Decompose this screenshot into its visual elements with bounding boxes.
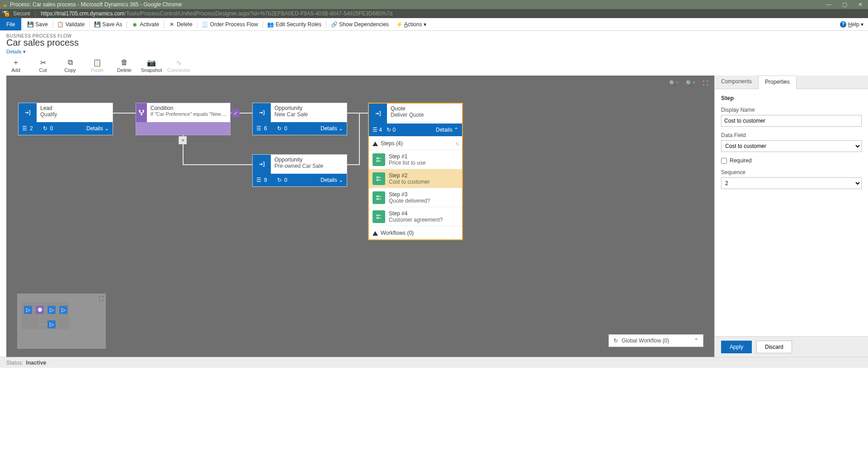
steps-section-header[interactable]: Steps (4) ↑↓ xyxy=(369,136,462,150)
delete-button[interactable]: ✕Delete xyxy=(165,18,196,30)
svg-point-0 xyxy=(139,110,141,112)
steps-icon: ☰ xyxy=(256,177,261,183)
data-field-select[interactable]: Cost to customer xyxy=(721,140,862,152)
fit-screen-icon[interactable]: ⛶ xyxy=(703,80,708,86)
window-close-icon[interactable]: ✕ xyxy=(858,1,863,8)
copy-button[interactable]: ⧉Copy xyxy=(59,57,81,73)
tab-components[interactable]: Components xyxy=(715,76,758,89)
validate-button[interactable]: 📋Validate xyxy=(54,18,88,30)
condition-node[interactable]: ConditionIf "Car Preference" equals "New… xyxy=(136,103,231,135)
display-name-input[interactable] xyxy=(721,115,862,127)
refresh-icon: ↻ xyxy=(277,177,282,183)
window-title: Process: Car sales process - Microsoft D… xyxy=(10,1,182,8)
stage-opportunity-preowned[interactable]: OpportunityPre-owned Car Sale ☰9 ↻0 Deta… xyxy=(252,154,347,187)
step-row-2[interactable]: Step #2Cost to customer xyxy=(369,169,462,188)
url[interactable]: https://trial1705.crm.dynamics.com/Tools… xyxy=(41,10,392,17)
discard-button[interactable]: Discard xyxy=(756,341,792,353)
tab-properties[interactable]: Properties xyxy=(758,76,797,89)
svg-rect-9 xyxy=(377,214,378,215)
condition-false-badge: ✕ xyxy=(179,136,187,144)
zoom-out-icon[interactable]: 🔍⁻ xyxy=(669,80,679,86)
page-header: BUSINESS PROCESS FLOW Car sales process … xyxy=(0,31,868,56)
cut-button[interactable]: ✂Cut xyxy=(32,57,54,73)
step-icon xyxy=(373,191,385,204)
stage-details-toggle[interactable]: Details ⌄ xyxy=(321,125,343,132)
minimap-expand-icon[interactable]: ⛶ xyxy=(99,296,104,301)
address-bar: 🔒 Secure | https://trial1705.crm.dynamic… xyxy=(0,9,868,18)
svg-rect-6 xyxy=(377,179,378,180)
designer-toolbar: ＋Add ✂Cut ⧉Copy 📋Paste 🗑Delete 📷Snapshot… xyxy=(0,56,868,76)
saveas-button[interactable]: 💾Save As xyxy=(90,18,126,30)
stage-quote[interactable]: QuoteDeliver Quote ☰ 4 ↻ 0 Details ⌃ Ste… xyxy=(368,103,463,240)
stage-opportunity-new[interactable]: OpportunityNew Car Sale ☰6 ↻0 Details ⌄ xyxy=(252,103,347,135)
chevron-up-icon[interactable]: ⌃ xyxy=(694,337,698,344)
details-toggle[interactable]: Details ▾ xyxy=(6,49,26,55)
svg-rect-5 xyxy=(377,176,378,177)
add-button[interactable]: ＋Add xyxy=(5,57,27,73)
condition-true-badge: ✓ xyxy=(231,109,240,117)
ribbon: File 💾Save 📋Validate 💾Save As ◉Activate … xyxy=(0,18,868,31)
steps-icon: ☰ xyxy=(22,125,27,132)
global-workflow-bar[interactable]: ↻ Global Workflow (0) ⌃ xyxy=(609,334,703,347)
svg-point-1 xyxy=(143,110,144,112)
step-row-4[interactable]: Step #4Customer agreement? xyxy=(369,207,462,226)
snapshot-button[interactable]: 📷Snapshot xyxy=(140,57,163,73)
svg-rect-10 xyxy=(377,217,378,218)
app-icon xyxy=(2,2,7,7)
stage-icon xyxy=(253,155,271,174)
steps-icon: ☰ xyxy=(256,125,261,132)
designer-canvas[interactable]: 🔍⁻ 🔍⁺ ⛶ LeadQualify ☰2 ↻0 Details ⌄ xyxy=(6,76,714,357)
reorder-arrows-icon[interactable]: ↑↓ xyxy=(455,141,458,146)
condition-icon xyxy=(136,103,147,122)
refresh-icon: ↻ xyxy=(277,125,282,132)
edit-security-roles-button[interactable]: 👥Edit Security Roles xyxy=(264,18,325,30)
status-bar: Status: Inactive xyxy=(0,357,868,368)
page-title: Car sales process xyxy=(6,38,862,48)
activate-button[interactable]: ◉Activate xyxy=(128,18,163,30)
window-titlebar: Process: Car sales process - Microsoft D… xyxy=(0,0,868,9)
paste-button[interactable]: 📋Paste xyxy=(86,57,108,73)
stage-details-toggle[interactable]: Details ⌄ xyxy=(321,177,343,183)
expand-icon xyxy=(373,231,378,236)
lock-icon: 🔒 xyxy=(4,10,10,17)
help-button[interactable]: ?Help ▾ xyxy=(840,21,868,28)
window-maximize-icon[interactable]: ▢ xyxy=(842,1,847,8)
properties-panel: Components Properties Step Display Name … xyxy=(714,76,868,357)
actions-menu[interactable]: ⚡Actions ▾ xyxy=(392,18,430,30)
save-button[interactable]: 💾Save xyxy=(24,18,51,30)
file-menu[interactable]: File xyxy=(0,18,21,30)
stage-lead[interactable]: LeadQualify ☰2 ↻0 Details ⌄ xyxy=(18,103,113,135)
window-minimize-icon[interactable]: — xyxy=(826,1,831,8)
stage-icon xyxy=(253,103,271,122)
step-row-1[interactable]: Step #1Price list to use xyxy=(369,150,462,169)
svg-rect-3 xyxy=(377,157,378,158)
step-icon xyxy=(373,153,385,166)
sequence-select[interactable]: 2 xyxy=(721,177,862,189)
expand-icon xyxy=(373,142,378,146)
data-field-label: Data Field xyxy=(721,132,862,138)
secure-label: Secure xyxy=(13,10,30,17)
required-checkbox[interactable] xyxy=(721,158,727,164)
panel-section-title: Step xyxy=(721,95,862,101)
apply-button[interactable]: Apply xyxy=(721,341,752,353)
stage-icon xyxy=(369,104,387,124)
stage-details-toggle[interactable]: Details ⌃ xyxy=(436,127,458,133)
svg-point-2 xyxy=(141,114,142,115)
svg-rect-4 xyxy=(377,160,378,161)
refresh-icon: ↻ xyxy=(387,127,391,133)
stage-details-toggle[interactable]: Details ⌄ xyxy=(86,125,109,132)
minimap[interactable]: ⛶ ▷ ⚉ ▷ ▷ ▷ xyxy=(17,294,106,349)
required-label: Required xyxy=(730,157,752,164)
delete-tool-button[interactable]: 🗑Delete xyxy=(113,57,136,73)
status-label: Status: xyxy=(6,360,23,366)
show-dependencies-button[interactable]: 🔗Show Dependencies xyxy=(327,18,392,30)
refresh-icon: ↻ xyxy=(613,337,618,344)
workflows-section-header[interactable]: Workflows (0) xyxy=(369,226,462,239)
step-row-3[interactable]: Step #3Quote delivered? xyxy=(369,188,462,207)
order-process-flow-button[interactable]: 🧾Order Process Flow xyxy=(198,18,262,30)
zoom-in-icon[interactable]: 🔍⁺ xyxy=(686,80,695,86)
connector-button[interactable]: ∿Connector xyxy=(167,57,190,73)
stage-icon xyxy=(19,103,37,122)
sequence-label: Sequence xyxy=(721,169,862,176)
refresh-icon: ↻ xyxy=(43,125,47,132)
